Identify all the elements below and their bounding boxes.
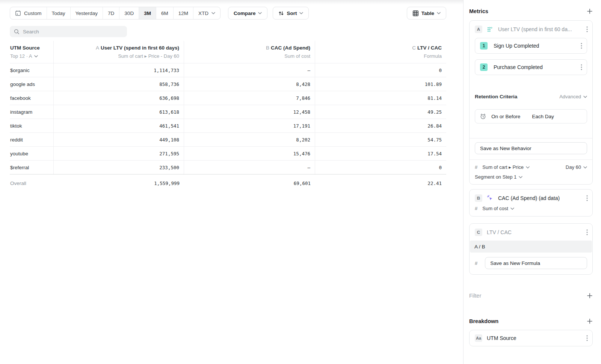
cell-value: 17,191	[293, 123, 310, 129]
kebab-menu-icon[interactable]	[586, 195, 588, 201]
kebab-menu-icon[interactable]	[586, 335, 588, 341]
range-6m[interactable]: 6M	[156, 7, 174, 19]
retention-criteria-row: Retention Criteria Advanced	[470, 94, 592, 99]
chevron-down-icon	[211, 12, 215, 14]
table-row: google ads 858,736 8,428 101.89	[10, 77, 446, 91]
add-breakdown-icon[interactable]	[587, 318, 593, 324]
column-title: LTV / CAC	[417, 45, 442, 51]
sort-arrows-icon	[278, 11, 284, 16]
aggregation-dropdown[interactable]: Sum of cost	[482, 206, 514, 211]
chevron-down-icon	[258, 12, 262, 14]
chevron-down-icon	[526, 166, 530, 168]
cell-value: –	[307, 165, 310, 170]
metric-b-title[interactable]: CAC (Ad Spend) (ad data)	[498, 195, 582, 201]
kebab-menu-icon[interactable]	[581, 64, 582, 70]
cell-value: 613,618	[159, 109, 179, 115]
on-or-before-dropdown[interactable]: On or Before	[491, 114, 520, 119]
table-row: reddit 449,108 8,202 54.75	[10, 133, 446, 147]
range-12m[interactable]: 12M	[174, 7, 193, 19]
row-label: $organic	[10, 63, 54, 77]
metric-c-title[interactable]: LTV / CAC	[487, 229, 582, 235]
aggregation-label: Sum of cost	[482, 206, 508, 211]
overall-value: 22.41	[427, 180, 442, 186]
overall-label: Overall	[10, 174, 54, 192]
table-header-row: UTM Source Top 12 · A AUser LTV (spend i…	[10, 41, 446, 63]
save-as-new-behavior-button[interactable]: Save as New Behavior	[475, 142, 587, 154]
row-dimension-subtitle: Top 12 · A	[10, 53, 32, 59]
row-label: google ads	[10, 77, 54, 91]
column-title: CAC (Ad Spend)	[271, 45, 310, 51]
window-dropdown[interactable]: Day 60	[566, 164, 587, 170]
view-table-button[interactable]: Table	[407, 7, 446, 20]
step-1-card[interactable]: 1 Sign Up Completed	[475, 38, 587, 54]
step-2-card[interactable]: 2 Purchase Completed	[475, 59, 587, 75]
row-label: tiktok	[10, 119, 54, 132]
chevron-down-icon	[510, 208, 514, 210]
column-header-b[interactable]: BCAC (Ad Spend) Sum of cost	[184, 41, 315, 63]
formula-input[interactable]: A / B	[470, 241, 592, 253]
top-shadow	[0, 0, 463, 5]
search-input[interactable]	[23, 29, 123, 35]
kebab-menu-icon[interactable]	[586, 26, 588, 32]
sort-button[interactable]: Sort	[273, 7, 309, 20]
metric-a-header: A User LTV (spend in first 60 da...	[470, 21, 592, 33]
cell-value: 101.89	[425, 81, 442, 87]
metric-letter-badge: A	[475, 26, 482, 33]
table-row: $referral 233,500 – 0	[10, 161, 446, 174]
row-label: instagram	[10, 105, 54, 119]
metric-letter-badge: B	[475, 194, 482, 202]
row-label: facebook	[10, 91, 54, 105]
range-xtd-dropdown[interactable]: XTD	[193, 7, 220, 19]
range-xtd-label: XTD	[198, 11, 208, 16]
segment-dropdown[interactable]: Segment on Step 1	[475, 174, 522, 180]
range-today[interactable]: Today	[47, 7, 71, 19]
table-body: $organic 1,114,733 – 0 google ads 858,73…	[10, 63, 446, 174]
column-header-a[interactable]: AUser LTV (spend in first 60 days) Sum o…	[54, 41, 184, 63]
string-type-badge: Aa	[475, 334, 482, 342]
cell-value: 8,202	[296, 137, 310, 143]
range-yesterday-label: Yesterday	[76, 11, 98, 16]
column-header-c[interactable]: CLTV / CAC Formula	[315, 41, 446, 63]
range-yesterday[interactable]: Yesterday	[71, 7, 103, 19]
compare-button[interactable]: Compare	[228, 7, 268, 20]
metric-b-header: B CAC (Ad Spend) (ad data)	[470, 190, 592, 202]
retention-criteria-label: Retention Criteria	[475, 94, 517, 99]
save-behavior-wrap: Save as New Behavior	[470, 138, 592, 159]
save-as-new-formula-button[interactable]: Save as New Formula	[485, 257, 587, 269]
cell-value: 0	[439, 68, 442, 73]
metric-card-c: C LTV / CAC A / B # Save as New Formula	[469, 223, 593, 275]
cell-value: 233,500	[159, 165, 179, 170]
results-table: UTM Source Top 12 · A AUser LTV (spend i…	[10, 41, 446, 192]
breakdown-item-card[interactable]: Aa UTM Source	[469, 330, 593, 346]
range-3m-selected[interactable]: 3M	[139, 7, 156, 19]
step-label: Purchase Completed	[494, 64, 575, 70]
add-metric-icon[interactable]	[587, 8, 593, 14]
column-header-utm-source[interactable]: UTM Source Top 12 · A	[10, 41, 54, 63]
aggregation-row: # Sum of cart ▸ Price Day 60	[475, 164, 587, 170]
range-custom[interactable]: Custom	[10, 7, 47, 19]
column-letter: B	[266, 45, 269, 51]
kebab-menu-icon[interactable]	[586, 229, 588, 235]
kebab-menu-icon[interactable]	[581, 43, 582, 49]
range-7d[interactable]: 7D	[103, 7, 119, 19]
aggregation-dropdown[interactable]: Sum of cart ▸ Price	[482, 164, 530, 170]
metric-b-aggregation: # Sum of cost	[470, 202, 592, 211]
filter-header: Filter	[469, 293, 593, 299]
cell-value: 49.25	[427, 109, 442, 115]
compare-label: Compare	[234, 11, 256, 16]
cell-value: 461,541	[159, 123, 179, 129]
calendar-icon	[15, 10, 21, 16]
metric-card-a: A User LTV (spend in first 60 da... 1 Si…	[469, 20, 593, 185]
cell-value: 8,428	[296, 81, 310, 87]
range-today-label: Today	[52, 11, 65, 16]
each-day-dropdown[interactable]: Each Day	[532, 114, 554, 119]
main-panel: Custom Today Yesterday 7D 30D 3M 6M 12M …	[0, 0, 463, 364]
step-number-badge: 1	[480, 42, 488, 50]
range-30d[interactable]: 30D	[119, 7, 139, 19]
row-dimension-selector[interactable]: Top 12 · A	[10, 53, 49, 59]
add-filter-icon[interactable]	[587, 293, 593, 299]
metric-a-title[interactable]: User LTV (spend in first 60 da...	[498, 26, 582, 32]
retention-mode-dropdown[interactable]: Advanced	[559, 94, 587, 99]
metric-c-header: C LTV / CAC	[470, 224, 592, 236]
metrics-title: Metrics	[469, 8, 488, 14]
